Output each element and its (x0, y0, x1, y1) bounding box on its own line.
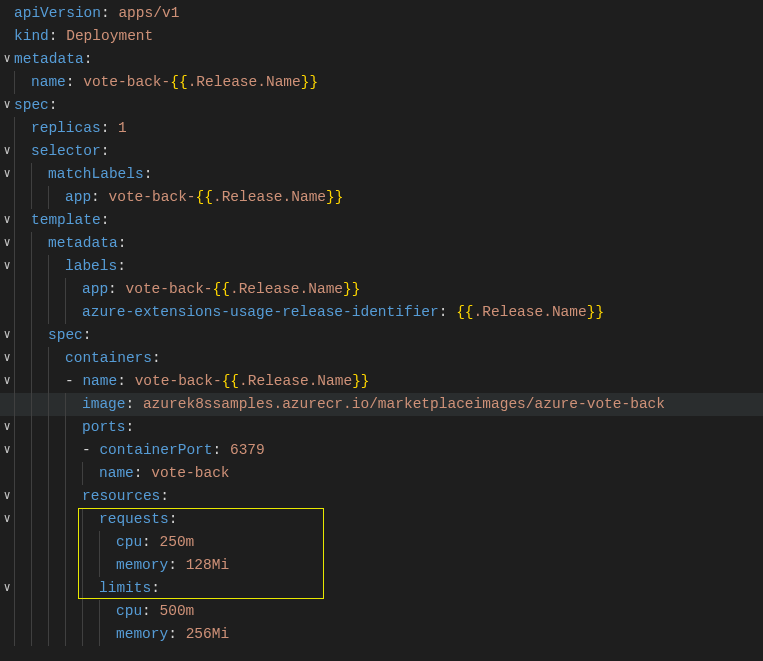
code-line[interactable]: name: vote-back (0, 462, 763, 485)
code-line[interactable]: ∨ matchLabels: (0, 163, 763, 186)
yaml-key: resources (82, 488, 160, 504)
yaml-dash: - (82, 442, 99, 458)
yaml-value-prefix: vote-back- (126, 281, 213, 297)
chevron-down-icon[interactable]: ∨ (0, 255, 14, 278)
yaml-key: metadata (14, 51, 84, 67)
yaml-key: template (31, 212, 101, 228)
code-line[interactable]: app: vote-back-{{.Release.Name}} (0, 186, 763, 209)
yaml-value: 128Mi (186, 557, 230, 573)
yaml-key: name (99, 465, 134, 481)
chevron-down-icon[interactable]: ∨ (0, 140, 14, 163)
helm-template: .Release.Name (239, 373, 352, 389)
code-line[interactable]: ∨ metadata: (0, 48, 763, 71)
code-line[interactable]: memory: 128Mi (0, 554, 763, 577)
yaml-key: kind (14, 28, 49, 44)
code-line-active[interactable]: image: azurek8ssamples.azurecr.io/market… (0, 393, 763, 416)
code-line[interactable]: ∨ resources: (0, 485, 763, 508)
code-line[interactable]: ∨ - containerPort: 6379 (0, 439, 763, 462)
yaml-key: name (31, 74, 66, 90)
yaml-key: replicas (31, 120, 101, 136)
code-line[interactable]: replicas: 1 (0, 117, 763, 140)
code-line[interactable]: apiVersion: apps/v1 (0, 2, 763, 25)
code-line[interactable]: ∨ - name: vote-back-{{.Release.Name}} (0, 370, 763, 393)
yaml-key: app (82, 281, 108, 297)
chevron-down-icon[interactable]: ∨ (0, 508, 14, 531)
yaml-value: 500m (160, 603, 195, 619)
chevron-down-icon[interactable]: ∨ (0, 48, 14, 71)
code-line[interactable]: ∨ spec: (0, 94, 763, 117)
chevron-down-icon[interactable]: ∨ (0, 370, 14, 393)
code-line[interactable]: ∨ containers: (0, 347, 763, 370)
yaml-value: Deployment (66, 28, 153, 44)
yaml-key: selector (31, 143, 101, 159)
code-line[interactable]: app: vote-back-{{.Release.Name}} (0, 278, 763, 301)
code-line[interactable]: ∨ ports: (0, 416, 763, 439)
yaml-key: metadata (48, 235, 118, 251)
chevron-down-icon[interactable]: ∨ (0, 232, 14, 255)
yaml-value-prefix: vote-back- (109, 189, 196, 205)
code-line[interactable]: ∨ labels: (0, 255, 763, 278)
chevron-down-icon[interactable]: ∨ (0, 163, 14, 186)
yaml-value: apps/v1 (118, 5, 179, 21)
yaml-value: azurek8ssamples.azurecr.io/marketplaceim… (143, 396, 665, 412)
code-line[interactable]: name: vote-back-{{.Release.Name}} (0, 71, 763, 94)
chevron-down-icon[interactable]: ∨ (0, 94, 14, 117)
yaml-value-prefix: vote-back- (135, 373, 222, 389)
helm-template: .Release.Name (213, 189, 326, 205)
code-line[interactable]: memory: 256Mi (0, 623, 763, 646)
yaml-dash: - (65, 373, 82, 389)
code-line[interactable]: kind: Deployment (0, 25, 763, 48)
yaml-value-prefix: vote-back- (83, 74, 170, 90)
chevron-down-icon[interactable]: ∨ (0, 577, 14, 600)
yaml-value: 6379 (230, 442, 265, 458)
chevron-down-icon[interactable]: ∨ (0, 416, 14, 439)
helm-template: .Release.Name (188, 74, 301, 90)
code-line[interactable]: ∨ selector: (0, 140, 763, 163)
yaml-key: apiVersion (14, 5, 101, 21)
code-line[interactable]: ∨ spec: (0, 324, 763, 347)
yaml-key: azure-extensions-usage-release-identifie… (82, 304, 439, 320)
yaml-key: labels (65, 258, 117, 274)
yaml-key: matchLabels (48, 166, 144, 182)
yaml-key: name (82, 373, 117, 389)
yaml-value: 256Mi (186, 626, 230, 642)
yaml-key: containerPort (99, 442, 212, 458)
chevron-down-icon[interactable]: ∨ (0, 439, 14, 462)
helm-template: .Release.Name (230, 281, 343, 297)
yaml-key: requests (99, 511, 169, 527)
yaml-value: 250m (160, 534, 195, 550)
yaml-key: spec (48, 327, 83, 343)
code-editor[interactable]: apiVersion: apps/v1 kind: Deployment ∨ m… (0, 0, 763, 646)
yaml-key: cpu (116, 534, 142, 550)
yaml-value: 1 (118, 120, 127, 136)
yaml-value: vote-back (151, 465, 229, 481)
code-line[interactable]: ∨ limits: (0, 577, 763, 600)
chevron-down-icon[interactable]: ∨ (0, 209, 14, 232)
helm-template: .Release.Name (474, 304, 587, 320)
code-line[interactable]: cpu: 500m (0, 600, 763, 623)
yaml-key: cpu (116, 603, 142, 619)
code-line[interactable]: ∨ metadata: (0, 232, 763, 255)
yaml-key: app (65, 189, 91, 205)
yaml-key: limits (99, 580, 151, 596)
yaml-key: image (82, 396, 126, 412)
chevron-down-icon[interactable]: ∨ (0, 324, 14, 347)
chevron-down-icon[interactable]: ∨ (0, 485, 14, 508)
yaml-key: memory (116, 626, 168, 642)
code-line[interactable]: ∨ requests: (0, 508, 763, 531)
yaml-key: spec (14, 97, 49, 113)
code-line[interactable]: cpu: 250m (0, 531, 763, 554)
yaml-key: memory (116, 557, 168, 573)
code-line[interactable]: azure-extensions-usage-release-identifie… (0, 301, 763, 324)
chevron-down-icon[interactable]: ∨ (0, 347, 14, 370)
yaml-key: containers (65, 350, 152, 366)
code-line[interactable]: ∨ template: (0, 209, 763, 232)
yaml-key: ports (82, 419, 126, 435)
